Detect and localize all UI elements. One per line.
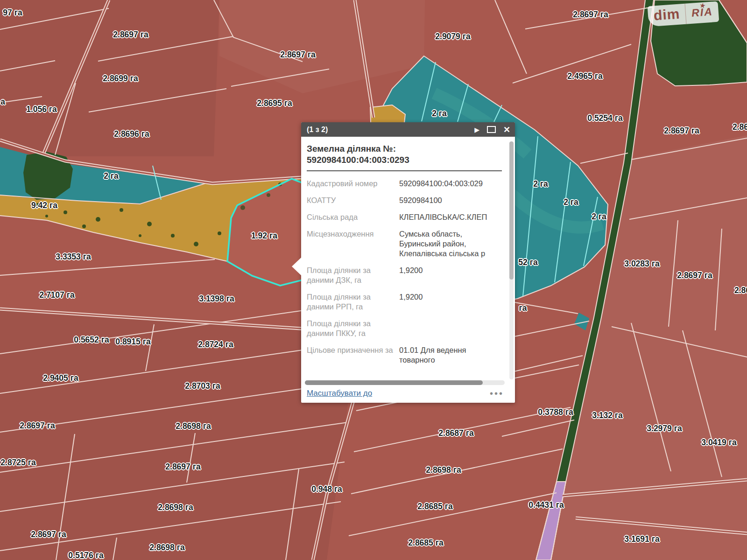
attribute-value: 5920984100 <box>396 196 497 205</box>
attribute-value: КЛЕПАЛІВСЬКА/С.КЛЕП <box>396 212 497 222</box>
popup-pointer <box>292 258 301 275</box>
cadastral-map-screen: 97 га2.8697 га2.8699 га1.056 гаа2.8696 г… <box>0 0 747 560</box>
popup-attribute-row: Площа ділянки за даними РРП, га1,9200 <box>307 292 503 312</box>
popup-horizontal-scrollbar[interactable] <box>305 380 505 385</box>
popup-next-button[interactable]: ▶ <box>474 126 479 133</box>
popup-attribute-row: Сільська радаКЛЕПАЛІВСЬКА/С.КЛЕП <box>307 212 503 222</box>
attribute-value <box>396 319 497 338</box>
logo-dim-cell: dim <box>648 4 686 27</box>
attribute-label: КОАТТУ <box>307 196 396 205</box>
popup-title-line1: Земелна ділянка №: <box>307 143 503 154</box>
popup-pager: (1 з 2) <box>307 126 328 134</box>
popup-attribute-row: КОАТТУ5920984100 <box>307 196 503 205</box>
logo-star-icon: ★ <box>699 1 706 10</box>
horizontal-scrollbar-thumb[interactable] <box>305 380 483 385</box>
attribute-label: Площа ділянки за даними РРП, га <box>307 292 396 312</box>
attribute-label: Цільове призначення за <box>307 345 396 365</box>
close-icon: ✕ <box>503 126 510 134</box>
attribute-value: 5920984100:04:003:029 <box>396 179 497 189</box>
popup-maximize-button[interactable] <box>487 126 496 133</box>
logo-dim-text: dim <box>653 6 681 24</box>
vertical-scrollbar-thumb[interactable] <box>509 141 514 280</box>
zoom-to-link[interactable]: Масштабувати до <box>307 389 372 398</box>
popup-attribute-row: Кадастровий номер5920984100:04:003:029 <box>307 179 503 189</box>
parcel-info-popup: (1 з 2) ▶ ✕ Земелна ділянка №: 592098410… <box>301 122 515 403</box>
popup-attribute-row: МісцезнаходженняСумська область, Буринсь… <box>307 229 503 259</box>
popup-vertical-scrollbar[interactable] <box>509 141 514 379</box>
attribute-label: Місцезнаходження <box>307 229 396 259</box>
attribute-label: Площа ділянки за даними ПККУ, га <box>307 319 396 338</box>
popup-attribute-row: Цільове призначення за01.01 Для ведення … <box>307 345 503 365</box>
attribute-value: 1,9200 <box>396 292 497 312</box>
popup-close-button[interactable]: ✕ <box>503 126 510 134</box>
popup-header: (1 з 2) ▶ ✕ <box>301 122 515 137</box>
attribute-value: 1,9200 <box>396 266 497 285</box>
popup-content: Земелна ділянка №: 5920984100:04:003:029… <box>301 137 515 365</box>
popup-attribute-rows: Кадастровий номер5920984100:04:003:029КО… <box>307 179 503 365</box>
popup-separator <box>307 170 502 171</box>
popup-title-line2: 5920984100:04:003:0293 <box>307 154 503 166</box>
attribute-label: Кадастровий номер <box>307 179 396 189</box>
more-options-button[interactable]: ••• <box>490 391 504 396</box>
popup-footer: Масштабувати до ••• <box>301 387 515 403</box>
maximize-icon <box>487 126 496 133</box>
attribute-value: Сумська область, Буринський район, Клепа… <box>396 229 497 259</box>
logo-ria-cell: ★ RIA <box>685 1 719 24</box>
next-icon: ▶ <box>474 126 479 133</box>
popup-attribute-row: Площа ділянки за даними ДЗК, га1,9200 <box>307 266 503 285</box>
attribute-value: 01.01 Для ведення товарного <box>396 345 497 365</box>
popup-body: Земелна ділянка №: 5920984100:04:003:029… <box>301 137 515 403</box>
attribute-label: Сільська рада <box>307 212 396 222</box>
attribute-label: Площа ділянки за даними ДЗК, га <box>307 266 396 285</box>
popup-attribute-row: Площа ділянки за даними ПККУ, га <box>307 319 503 338</box>
